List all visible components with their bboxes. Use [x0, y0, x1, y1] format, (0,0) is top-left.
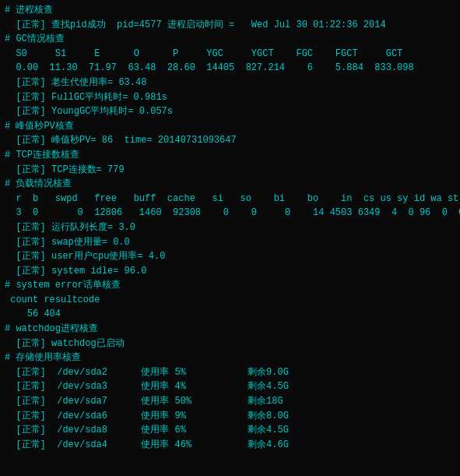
terminal-line-syserr-col: count resultcode: [5, 293, 455, 308]
terminal-line-load-vals: 3 0 0 12806 1460 92308 0 0 0 14 4503 634…: [5, 206, 455, 220]
terminal-line-watchdog-line: [正常] watchdog已启动: [5, 337, 455, 351]
terminal-line-gc-younggc: [正常] YoungGC平均耗时= 0.057s: [5, 104, 455, 119]
terminal-line-tcp-header: # TCP连接数核查: [5, 148, 455, 163]
terminal-line-storage-sda6: [正常] /dev/sda6 使用率 9% 剩余8.0G: [5, 409, 455, 424]
terminal-line-peak-line: [正常] 峰值秒PV= 86 time= 20140731093647: [5, 133, 455, 148]
terminal-line-storage-sda7: [正常] /dev/sda7 使用率 50% 剩余18G: [5, 394, 455, 409]
terminal-line-load-cols: r b swpd free buff cache si so bi bo in …: [5, 192, 455, 206]
terminal-line-load-runq: [正常] 运行队列长度= 3.0: [5, 220, 455, 235]
terminal-line-load-idle: [正常] system idle= 96.0: [5, 264, 455, 279]
terminal-line-proc-header: # 进程核查: [5, 3, 455, 18]
terminal-line-storage-sda4: [正常] /dev/sda4 使用率 46% 剩余4.6G: [5, 438, 455, 453]
terminal-line-proc-line1: [正常] 查找pid成功 pid=4577 进程启动时间 = Wed Jul 3…: [5, 18, 455, 33]
terminal-line-gc-old: [正常] 老生代使用率= 63.48: [5, 76, 455, 90]
terminal-output: # 进程核查 [正常] 查找pid成功 pid=4577 进程启动时间 = We…: [5, 3, 455, 452]
terminal-line-tcp-line: [正常] TCP连接数= 779: [5, 163, 455, 178]
terminal-line-storage-sda2: [正常] /dev/sda2 使用率 5% 剩余9.0G: [5, 365, 455, 380]
terminal-line-storage-sda3: [正常] /dev/sda3 使用率 4% 剩余4.5G: [5, 379, 455, 394]
terminal-line-load-header: # 负载情况核查: [5, 177, 455, 192]
terminal-line-load-user: [正常] user用户cpu使用率= 4.0: [5, 249, 455, 264]
terminal-line-gc-vals: 0.00 11.30 71.97 63.48 28.60 14405 827.2…: [5, 61, 455, 76]
terminal-line-syserr-header: # system error话单核查: [5, 278, 455, 293]
terminal-line-gc-cols: S0 S1 E O P YGC YGCT FGC FGCT GCT: [5, 47, 455, 62]
terminal-line-watchdog-header: # watchdog进程核查: [5, 322, 455, 337]
terminal-line-load-swap: [正常] swap使用量= 0.0: [5, 235, 455, 250]
terminal-line-gc-header: # GC情况核查: [5, 32, 455, 47]
terminal-line-storage-sda8: [正常] /dev/sda8 使用率 6% 剩余4.5G: [5, 423, 455, 438]
terminal-line-storage-header: # 存储使用率核查: [5, 351, 455, 365]
terminal-line-peak-header: # 峰值秒PV核查: [5, 119, 455, 134]
terminal-line-gc-fullgc: [正常] FullGC平均耗时= 0.981s: [5, 90, 455, 105]
terminal-line-syserr-val: 56 404: [5, 307, 455, 322]
